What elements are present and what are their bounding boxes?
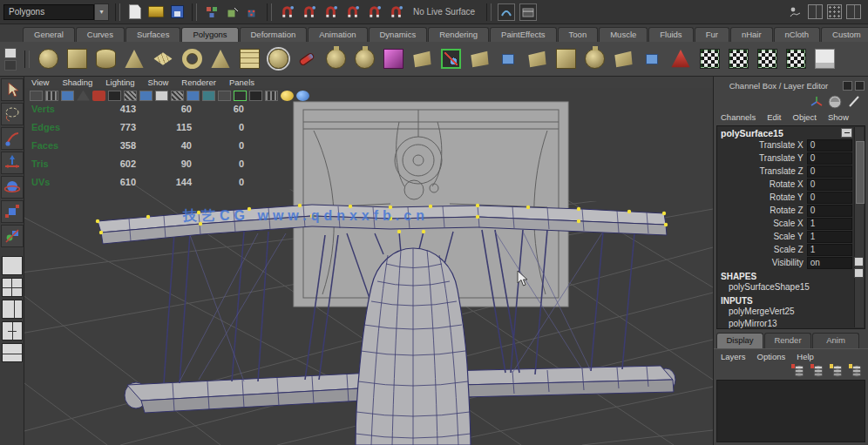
chevron-down-icon[interactable]: ▾ bbox=[94, 3, 109, 21]
scale-tool[interactable] bbox=[1, 200, 24, 223]
construction-history-icon[interactable] bbox=[498, 3, 515, 21]
perspective-viewport[interactable]: ViewShadingLightingShowRendererPanels Ve… bbox=[24, 77, 713, 445]
snap-to-grid-icon[interactable] bbox=[278, 3, 295, 21]
uv-planar-icon[interactable] bbox=[696, 45, 722, 73]
manipulator-axis-icon[interactable] bbox=[810, 96, 823, 108]
single-pane-layout[interactable] bbox=[2, 256, 23, 275]
persp-outliner-layout[interactable] bbox=[2, 321, 23, 340]
modeling-toolkit-toggle-icon[interactable] bbox=[786, 3, 804, 21]
camera-attributes-icon[interactable] bbox=[234, 91, 247, 101]
panel-collapse-button[interactable] bbox=[843, 81, 852, 91]
shelf-tab-surfaces[interactable]: Surfaces bbox=[125, 27, 181, 42]
viewport-menu-lighting[interactable]: Lighting bbox=[105, 78, 134, 87]
poly-pyramid-icon[interactable] bbox=[207, 45, 234, 73]
layer-menu-layers[interactable]: Layers bbox=[721, 352, 746, 361]
select-component-icon[interactable] bbox=[243, 3, 261, 21]
two-pane-side-layout[interactable] bbox=[2, 300, 23, 319]
layer-menu-options[interactable]: Options bbox=[757, 352, 786, 361]
shelf-tab-fur[interactable]: Fur bbox=[695, 27, 729, 42]
wireframe-icon[interactable] bbox=[108, 91, 121, 101]
layer-tab-display[interactable]: Display bbox=[716, 333, 763, 348]
layer-tab-anim[interactable]: Anim bbox=[812, 333, 859, 348]
pencil-icon[interactable] bbox=[847, 95, 861, 109]
shelf-tab-curves[interactable]: Curves bbox=[76, 27, 125, 42]
channel-box-scrollbar[interactable] bbox=[854, 127, 864, 327]
channel-box-toggle-icon[interactable] bbox=[846, 4, 861, 19]
new-anim-layer-icon[interactable] bbox=[849, 364, 863, 379]
extrude-icon[interactable] bbox=[524, 45, 550, 73]
shelf-tab-nhair[interactable]: nHair bbox=[730, 27, 773, 42]
channel-box-menu-channels[interactable]: Channels bbox=[721, 112, 756, 122]
collapse-object-button[interactable] bbox=[841, 128, 852, 138]
shelf-tab-fluids[interactable]: Fluids bbox=[648, 27, 693, 42]
attribute-value-field[interactable]: 0 bbox=[807, 165, 852, 178]
poly-plane-icon[interactable] bbox=[150, 45, 176, 73]
viewport-menu-show[interactable]: Show bbox=[148, 78, 169, 87]
viewport-menu-renderer[interactable]: Renderer bbox=[181, 78, 216, 87]
new-render-layer-icon[interactable] bbox=[830, 364, 844, 379]
attribute-value-field[interactable]: 0 bbox=[807, 179, 852, 191]
sculpt-geometry-icon[interactable] bbox=[294, 45, 320, 73]
poly-helix-icon[interactable] bbox=[265, 45, 291, 73]
bridge-icon[interactable] bbox=[553, 45, 579, 73]
split-polygon-icon[interactable] bbox=[610, 45, 636, 73]
shelf-tab-dynamics[interactable]: Dynamics bbox=[369, 27, 428, 42]
active-tool-icon[interactable] bbox=[437, 45, 464, 73]
poly-platonic-icon[interactable] bbox=[351, 45, 377, 73]
viewport-menu-panels[interactable]: Panels bbox=[229, 78, 254, 87]
rotate-tool[interactable] bbox=[1, 176, 24, 199]
poly-pipe-icon[interactable] bbox=[236, 45, 262, 73]
snap-to-view-plane-icon[interactable] bbox=[365, 3, 383, 21]
open-scene-icon[interactable] bbox=[147, 3, 165, 21]
shaded-icon[interactable] bbox=[124, 91, 137, 101]
camera-icon[interactable] bbox=[30, 91, 43, 101]
two-pane-stacked-layout[interactable] bbox=[2, 343, 23, 362]
attribute-value-field[interactable]: on bbox=[807, 257, 852, 269]
snap-to-curve-icon[interactable] bbox=[300, 3, 317, 21]
attribute-value-field[interactable]: 0 bbox=[807, 192, 852, 204]
make-live-icon[interactable] bbox=[387, 3, 404, 21]
shelf-tab-animation[interactable]: Animation bbox=[308, 27, 367, 42]
shelf-tab-rendering[interactable]: Rendering bbox=[428, 27, 489, 42]
panel-expand-button[interactable] bbox=[855, 81, 865, 91]
layer-list[interactable] bbox=[716, 380, 865, 442]
shelf-menu-buttons[interactable] bbox=[2, 44, 19, 75]
merge-vertex-icon[interactable] bbox=[581, 45, 607, 73]
shelf-tab-toon[interactable]: Toon bbox=[558, 27, 599, 42]
insert-edge-loop-icon[interactable] bbox=[639, 45, 665, 73]
isolate-select-icon[interactable] bbox=[218, 91, 231, 101]
shelf-tab-general[interactable]: General bbox=[23, 27, 75, 42]
menu-set-value[interactable]: Polygons bbox=[3, 4, 94, 20]
new-empty-layer-icon[interactable] bbox=[791, 364, 805, 379]
shelf-tab-deformation[interactable]: Deformation bbox=[240, 27, 308, 42]
textured-icon[interactable] bbox=[139, 91, 153, 101]
poly-prism-icon[interactable] bbox=[322, 45, 349, 73]
attribute-value-field[interactable]: 0 bbox=[807, 205, 852, 217]
uv-automatic-icon[interactable] bbox=[783, 45, 809, 73]
uv-spherical-icon[interactable] bbox=[754, 45, 780, 73]
attribute-value-field[interactable]: 0 bbox=[807, 152, 852, 165]
globe-icon[interactable] bbox=[296, 91, 309, 101]
lasso-select-tool[interactable] bbox=[1, 103, 24, 125]
speed-dial-icon[interactable] bbox=[828, 95, 842, 109]
resolution-gate-icon[interactable] bbox=[61, 91, 74, 101]
grease-pencil-icon[interactable] bbox=[249, 91, 262, 101]
input-node-name[interactable]: polyMergeVert25 bbox=[721, 306, 852, 318]
shadows-icon[interactable] bbox=[202, 91, 215, 101]
uv-cone-icon[interactable] bbox=[668, 45, 694, 73]
poly-sphere-icon[interactable] bbox=[35, 45, 61, 73]
channel-box-list[interactable]: polySurface15 Translate X0Translate Y0Tr… bbox=[716, 125, 865, 329]
uv-cylindrical-icon[interactable] bbox=[725, 45, 751, 73]
combine-icon[interactable] bbox=[466, 45, 492, 73]
scroll-buttons[interactable] bbox=[854, 257, 864, 278]
new-scene-icon[interactable] bbox=[126, 3, 144, 21]
attribute-value-field[interactable]: 0 bbox=[807, 139, 852, 152]
viewport-menu-shading[interactable]: Shading bbox=[62, 78, 92, 87]
poly-cone-icon[interactable] bbox=[121, 45, 147, 73]
shelf-tab-custom[interactable]: Custom bbox=[821, 27, 868, 42]
paint-select-tool[interactable] bbox=[1, 127, 24, 150]
booleans-icon[interactable] bbox=[495, 45, 521, 73]
shelf-tab-polygons[interactable]: Polygons bbox=[181, 27, 238, 42]
render-icon[interactable] bbox=[519, 3, 537, 21]
tool-settings-toggle-icon[interactable] bbox=[827, 4, 842, 19]
